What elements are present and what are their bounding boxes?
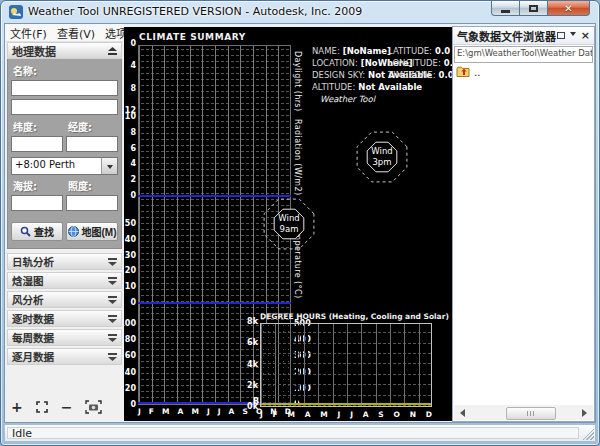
expand-icon: [108, 353, 117, 361]
axis-tick: 20: [125, 267, 136, 276]
camera-lens: [92, 406, 96, 410]
name-input-1[interactable]: [11, 80, 118, 96]
expand-icon: [108, 277, 117, 285]
axis-tick: 20: [125, 385, 136, 394]
design-sky-field-label: DESIGN SKY:: [312, 70, 365, 80]
info-longitude: LONGITUDE:0.0: [388, 58, 452, 68]
axis-tick: 4: [130, 160, 136, 169]
baseline-origin-marker: B: [253, 397, 259, 406]
month-tick: M: [320, 410, 327, 419]
expand-bar: [108, 277, 117, 279]
window-controls: ✕: [491, 1, 590, 16]
axis-tick: 8k: [247, 318, 258, 327]
timezone-value: +8:00 Perth: [12, 158, 101, 174]
menu-view[interactable]: 查看(V): [52, 24, 100, 42]
info-name: NAME:[NoName]: [312, 46, 391, 56]
restore-button[interactable]: [520, 1, 547, 16]
app-icon: [9, 5, 23, 19]
altitude-label: 海拔:: [11, 177, 63, 195]
section-weekly-data[interactable]: 每周数据: [7, 329, 122, 346]
search-icon: [20, 226, 31, 237]
month-tick: J: [218, 407, 221, 416]
altitude-field-label: ALTITUDE:: [312, 82, 355, 92]
name-field-value: [NoName]: [343, 46, 391, 56]
resize-grip[interactable]: [582, 428, 594, 440]
snapshot-camera-icon[interactable]: [85, 400, 102, 414]
panel-menu-icon[interactable]: [570, 32, 576, 39]
expand-triangle: [108, 281, 117, 285]
menu-file[interactable]: 文件(F): [5, 24, 52, 42]
wind-marker-label: Wind: [371, 146, 392, 156]
radiation-axis-ticks: 1086420: [124, 113, 136, 201]
close-button[interactable]: ✕: [547, 1, 590, 16]
expand-bar: [108, 258, 117, 260]
expand-bar: [108, 296, 117, 298]
climate-summary-canvas[interactable]: CLIMATE SUMMARY 04812 1086420 5040302010…: [124, 27, 452, 421]
axis-tick: 60: [125, 352, 136, 361]
horizontal-scrollbar[interactable]: [454, 405, 593, 420]
section-hourly-data[interactable]: 逐时数据: [7, 310, 122, 327]
float-panel-icon[interactable]: [557, 32, 565, 39]
globe-icon: [68, 226, 79, 237]
weather-file-browser-panel: 气象数据文件浏览器 × E:\gm\WeatherTool\Weather Da…: [452, 26, 595, 422]
degree-hours-title: DEGREE HOURS (Heating, Cooling and Solar…: [260, 312, 450, 321]
temperature-zero-line: [138, 302, 291, 304]
scrollbar-track[interactable]: [469, 406, 578, 419]
geo-data-header[interactable]: 地理数据: [7, 42, 122, 59]
longitude-input[interactable]: [66, 136, 118, 152]
title-bar[interactable]: Weather Tool UNREGISTERED VERSION - Auto…: [1, 1, 599, 23]
timezone-dropdown[interactable]: +8:00 Perth: [11, 157, 118, 175]
find-button[interactable]: 查找: [11, 222, 63, 241]
axis-tick: 4: [130, 62, 136, 71]
latitude-input[interactable]: [11, 136, 63, 152]
minimize-button[interactable]: [491, 1, 520, 16]
collapse-bar: [108, 53, 117, 55]
weather-data-path-input[interactable]: E:\gm\WeatherTool\Weather Data: [454, 46, 593, 63]
axis-tick: 10: [125, 113, 136, 122]
name-input-2[interactable]: [11, 99, 118, 115]
expand-bar: [108, 353, 117, 355]
zoom-extents-icon[interactable]: [36, 401, 48, 413]
axis-tick: 0: [130, 401, 136, 410]
longitude-field-value: 0.0: [444, 58, 452, 68]
map-button[interactable]: 地图(M): [66, 222, 118, 241]
altitude-input[interactable]: [11, 195, 63, 211]
thumb-grip-icon: [527, 411, 535, 416]
close-icon: ✕: [564, 3, 572, 14]
axis-tick: 80: [125, 336, 136, 345]
arrow-left-icon: [456, 409, 465, 417]
scroll-left-button[interactable]: [454, 406, 469, 419]
expand-triangle: [108, 319, 117, 323]
month-tick: O: [394, 410, 400, 419]
section-wind[interactable]: 风分析: [7, 291, 122, 308]
panel-close-icon[interactable]: ×: [581, 30, 590, 41]
wind-3pm-marker[interactable]: Wind 3pm: [352, 124, 412, 190]
expand-triangle: [108, 357, 117, 361]
section-sun-path[interactable]: 日轨分析: [7, 253, 122, 270]
latitude-label: 纬度:: [11, 118, 63, 136]
illuminance-input[interactable]: [66, 195, 118, 211]
section-sun-path-label: 日轨分析: [12, 254, 54, 269]
menu-bar: 文件(F) 查看(V) 选项(O): [5, 24, 124, 42]
month-tick: J: [350, 410, 353, 419]
axis-tick: 2k: [247, 382, 258, 391]
axis-tick: 6k: [247, 339, 258, 348]
parent-folder-item[interactable]: ..: [453, 63, 594, 81]
app-icon-sun: [11, 8, 17, 14]
status-bar: Idle: [4, 424, 596, 442]
zoom-in-button[interactable]: +: [11, 400, 23, 414]
left-column: 文件(F) 查看(V) 选项(O) 地理数据 名称: 纬度: [5, 24, 124, 422]
expand-icon: [108, 296, 117, 304]
scrollbar-thumb[interactable]: [506, 407, 556, 420]
zoom-out-button[interactable]: −: [61, 400, 73, 414]
timezone-dropdown-button[interactable]: [101, 158, 117, 174]
scroll-right-button[interactable]: [578, 406, 593, 419]
file-browser-title: 气象数据文件浏览器: [457, 28, 556, 44]
section-monthly-data[interactable]: 逐月数据: [7, 348, 122, 365]
folder-up-icon: [456, 66, 470, 78]
axis-tick: 10: [125, 283, 136, 292]
section-psychrometric[interactable]: 焓湿图: [7, 272, 122, 289]
file-browser-title-bar[interactable]: 气象数据文件浏览器 ×: [453, 27, 594, 45]
wind-9am-marker[interactable]: Wind 9am: [259, 191, 319, 257]
illuminance-label: 照度:: [66, 177, 118, 195]
